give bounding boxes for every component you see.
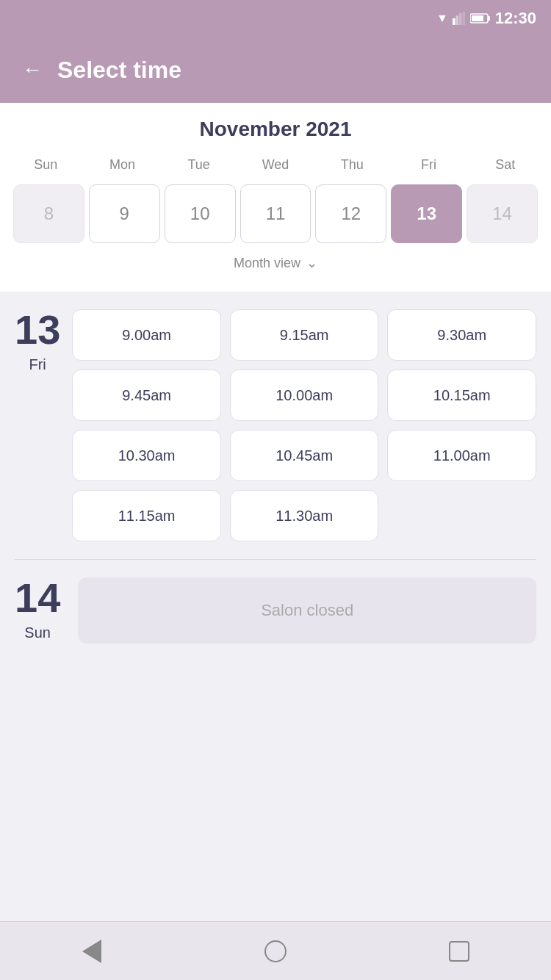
month-view-toggle[interactable]: Month view ⌄ xyxy=(7,243,544,277)
weekday-tue: Tue xyxy=(161,153,237,177)
svg-rect-3 xyxy=(462,12,465,25)
svg-rect-5 xyxy=(488,16,490,21)
calendar-day-13[interactable]: 13 xyxy=(391,184,462,243)
battery-icon xyxy=(470,12,491,24)
calendar-day-14[interactable]: 14 xyxy=(467,184,538,243)
time-slot-1045am[interactable]: 10.45am xyxy=(230,430,379,481)
time-slot-1100am[interactable]: 11.00am xyxy=(387,430,536,481)
weekday-sat: Sat xyxy=(467,153,544,177)
time-slot-930am[interactable]: 9.30am xyxy=(387,309,536,361)
home-nav-icon xyxy=(264,940,287,962)
svg-rect-0 xyxy=(453,18,455,25)
day-13-section: 13 Fri 9.00am 9.15am 9.30am 9.45am 10.00… xyxy=(0,292,551,559)
status-icons: ▼ 12:30 xyxy=(436,9,536,28)
salon-closed-label: Salon closed xyxy=(261,601,353,620)
time-slots-grid: 9.00am 9.15am 9.30am 9.45am 10.00am 10.1… xyxy=(72,309,536,541)
chevron-down-icon: ⌄ xyxy=(306,255,317,271)
day-13-number: 13 xyxy=(15,309,60,350)
weekday-headers: Sun Mon Tue Wed Thu Fri Sat xyxy=(7,153,544,177)
time-slot-1115am[interactable]: 11.15am xyxy=(72,490,221,541)
weekday-sun: Sun xyxy=(7,153,84,177)
svg-rect-6 xyxy=(472,15,483,21)
calendar-day-12[interactable]: 12 xyxy=(315,184,386,243)
day-13-info: 13 Fri xyxy=(15,309,60,373)
weekday-thu: Thu xyxy=(314,153,390,177)
app-header: ← Select time xyxy=(0,37,551,103)
calendar-day-9[interactable]: 9 xyxy=(89,184,160,243)
back-nav-icon xyxy=(82,940,101,963)
svg-rect-2 xyxy=(459,13,462,25)
weekday-wed: Wed xyxy=(237,153,314,177)
time-slot-1130am[interactable]: 11.30am xyxy=(230,490,379,541)
back-nav-button[interactable] xyxy=(76,935,108,968)
wifi-icon: ▼ xyxy=(436,12,448,25)
time-slot-945am[interactable]: 9.45am xyxy=(72,370,221,421)
day-13-content: 13 Fri 9.00am 9.15am 9.30am 9.45am 10.00… xyxy=(15,309,536,541)
time-slot-1000am[interactable]: 10.00am xyxy=(230,370,379,421)
recents-nav-icon xyxy=(449,941,469,962)
bottom-nav xyxy=(0,921,551,980)
day-14-name: Sun xyxy=(24,624,51,641)
calendar-day-10[interactable]: 10 xyxy=(165,184,236,243)
day-13-name: Fri xyxy=(29,356,46,373)
salon-closed-banner: Salon closed xyxy=(78,577,536,644)
time-slot-915am[interactable]: 9.15am xyxy=(230,309,379,361)
svg-rect-1 xyxy=(455,15,458,25)
signal-icon xyxy=(453,12,466,25)
recents-nav-button[interactable] xyxy=(443,935,475,968)
back-button[interactable]: ← xyxy=(22,58,43,82)
status-time: 12:30 xyxy=(495,9,536,28)
day-14-section: 14 Sun Salon closed xyxy=(0,560,551,673)
status-bar: ▼ 12:30 xyxy=(0,0,551,37)
day-14-info: 14 Sun xyxy=(15,577,60,641)
time-slot-900am[interactable]: 9.00am xyxy=(72,309,221,361)
calendar-section: November 2021 Sun Mon Tue Wed Thu Fri Sa… xyxy=(0,103,551,292)
calendar-day-8[interactable]: 8 xyxy=(13,184,84,243)
time-slot-1015am[interactable]: 10.15am xyxy=(387,370,536,421)
calendar-row: 8 9 10 11 12 13 14 xyxy=(7,184,544,243)
calendar-day-11[interactable]: 11 xyxy=(240,184,311,243)
weekday-mon: Mon xyxy=(84,153,160,177)
weekday-fri: Fri xyxy=(390,153,467,177)
day-14-number: 14 xyxy=(15,577,60,619)
page-title: Select time xyxy=(57,57,181,84)
month-view-label: Month view xyxy=(234,256,300,271)
home-nav-button[interactable] xyxy=(259,935,292,968)
time-slot-1030am[interactable]: 10.30am xyxy=(72,430,221,481)
month-year: November 2021 xyxy=(7,118,544,141)
day-14-content: 14 Sun Salon closed xyxy=(15,577,536,644)
